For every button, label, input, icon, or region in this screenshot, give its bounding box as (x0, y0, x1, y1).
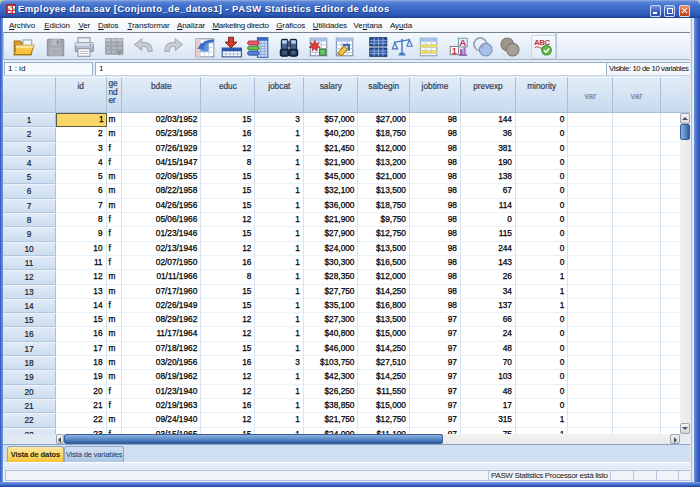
svg-text:1: 1 (452, 45, 457, 55)
svg-text:A: A (459, 36, 466, 47)
